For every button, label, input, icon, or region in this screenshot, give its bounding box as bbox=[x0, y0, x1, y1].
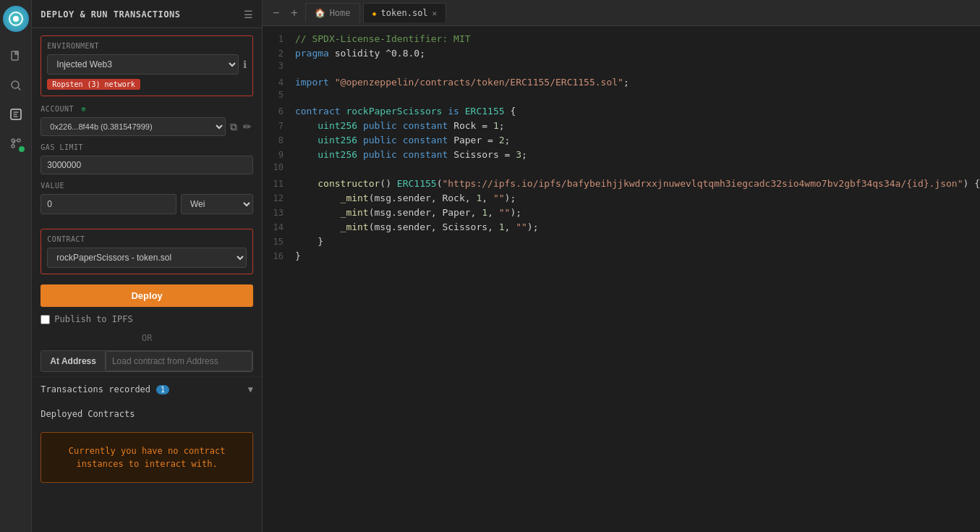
code-line-6: 6 contract rockPaperScissors is ERC1155 … bbox=[263, 104, 980, 119]
account-section: ACCOUNT ⊕ 0x226...8f44b (0.381547999) ⧉ … bbox=[32, 105, 262, 143]
panel-title: DEPLOY & RUN TRANSACTIONS bbox=[41, 9, 180, 20]
edit-account-button[interactable]: ✏ bbox=[242, 119, 253, 134]
gas-limit-input[interactable]: 3000000 bbox=[41, 156, 253, 174]
tab-file-label: token.sol bbox=[381, 8, 428, 18]
environment-section: ENVIRONMENT Injected Web3 JavaScript VM … bbox=[32, 28, 262, 105]
at-address-row: At Address bbox=[41, 350, 253, 372]
deploy-panel: DEPLOY & RUN TRANSACTIONS ☰ ENVIRONMENT … bbox=[32, 0, 263, 532]
code-line-1: 1 // SPDX-License-Identifier: MIT bbox=[263, 32, 980, 46]
panel-menu-icon[interactable]: ☰ bbox=[244, 9, 253, 20]
value-input[interactable]: 0 bbox=[41, 194, 176, 214]
svg-point-6 bbox=[12, 139, 14, 142]
code-line-9: 9 uint256 public constant Scissors = 3; bbox=[263, 148, 980, 162]
editor-area: − + 🏠 Home ◆ token.sol ✕ 1 // SPDX-Licen… bbox=[263, 0, 980, 532]
transactions-title: Transactions recorded bbox=[41, 384, 150, 394]
no-contract-box: Currently you have no contract instances… bbox=[41, 432, 253, 483]
environment-box: ENVIRONMENT Injected Web3 JavaScript VM … bbox=[41, 35, 253, 96]
account-row: 0x226...8f44b (0.381547999) ⧉ ✏ bbox=[41, 117, 253, 136]
code-line-4: 4 import "@openzeppelin/contracts/token/… bbox=[263, 75, 980, 90]
tab-bar: − + 🏠 Home ◆ token.sol ✕ bbox=[263, 0, 980, 26]
code-line-15: 15 } bbox=[263, 235, 980, 249]
deploy-header: DEPLOY & RUN TRANSACTIONS ☰ bbox=[32, 0, 262, 28]
search-icon[interactable] bbox=[6, 75, 26, 96]
code-line-16: 16 } bbox=[263, 249, 980, 263]
code-editor: 1 // SPDX-License-Identifier: MIT 2 prag… bbox=[263, 26, 980, 532]
home-icon: 🏠 bbox=[315, 8, 325, 18]
svg-point-8 bbox=[12, 145, 14, 148]
svg-point-7 bbox=[17, 139, 20, 142]
svg-point-1 bbox=[13, 16, 19, 22]
transactions-chevron-icon: ▼ bbox=[248, 384, 253, 394]
environment-label: ENVIRONMENT bbox=[47, 42, 247, 50]
or-divider: OR bbox=[32, 330, 262, 346]
code-line-8: 8 uint256 public constant Paper = 2; bbox=[263, 133, 980, 148]
tab-home[interactable]: 🏠 Home bbox=[305, 3, 360, 22]
gas-limit-section: GAS LIMIT 3000000 bbox=[32, 143, 262, 182]
contract-select[interactable]: rockPaperScissors - token.sol bbox=[47, 248, 247, 268]
contract-section: CONTRACT rockPaperScissors - token.sol bbox=[32, 221, 262, 282]
code-line-10: 10 bbox=[263, 162, 980, 177]
no-contract-text: Currently you have no contract instances… bbox=[53, 444, 241, 470]
code-line-11: 11 constructor() ERC1155("https://ipfs.i… bbox=[263, 177, 980, 191]
tab-token-sol[interactable]: ◆ token.sol ✕ bbox=[363, 3, 447, 22]
code-line-5: 5 bbox=[263, 90, 980, 104]
environment-select[interactable]: Injected Web3 JavaScript VM Web3 Provide… bbox=[47, 54, 239, 75]
contract-label: CONTRACT bbox=[47, 235, 247, 243]
code-line-3: 3 bbox=[263, 61, 980, 75]
code-line-7: 7 uint256 public constant Rock = 1; bbox=[263, 119, 980, 133]
deployed-contracts-title: Deployed Contracts bbox=[41, 409, 253, 419]
copy-account-button[interactable]: ⧉ bbox=[229, 119, 239, 135]
code-line-13: 13 _mint(msg.sender, Paper, 1, ""); bbox=[263, 206, 980, 220]
deploy-button[interactable]: Deploy bbox=[41, 284, 253, 307]
value-label: VALUE bbox=[41, 182, 253, 190]
deploy-run-icon[interactable] bbox=[6, 104, 26, 124]
network-badge: Ropsten (3) network bbox=[47, 79, 140, 90]
deployed-contracts-section: Deployed Contracts bbox=[32, 402, 262, 432]
value-row: 0 Wei Gwei Finney Ether bbox=[41, 194, 253, 214]
git-icon[interactable] bbox=[6, 133, 26, 153]
load-contract-input[interactable] bbox=[106, 351, 252, 371]
code-line-2: 2 pragma solidity ^0.8.0; bbox=[263, 46, 980, 61]
account-label: ACCOUNT ⊕ bbox=[41, 105, 253, 113]
publish-ipfs-checkbox[interactable] bbox=[41, 315, 50, 324]
transactions-section: Transactions recorded 1 ▼ bbox=[32, 376, 262, 402]
code-line-12: 12 _mint(msg.sender, Rock, 1, ""); bbox=[263, 191, 980, 206]
publish-ipfs-label: Publish to IPFS bbox=[54, 314, 132, 324]
app-logo bbox=[3, 6, 29, 32]
account-add-icon[interactable]: ⊕ bbox=[82, 105, 87, 113]
environment-info-icon[interactable]: ℹ bbox=[243, 59, 247, 70]
unit-select[interactable]: Wei Gwei Finney Ether bbox=[181, 194, 253, 214]
transactions-header-left: Transactions recorded 1 bbox=[41, 384, 169, 394]
value-section: VALUE 0 Wei Gwei Finney Ether bbox=[32, 182, 262, 221]
account-select[interactable]: 0x226...8f44b (0.381547999) bbox=[41, 117, 226, 136]
icon-rail bbox=[0, 0, 32, 532]
zoom-out-button[interactable]: − bbox=[268, 4, 284, 22]
gas-limit-label: GAS LIMIT bbox=[41, 143, 253, 151]
sol-file-icon: ◆ bbox=[372, 9, 377, 17]
code-line-14: 14 _mint(msg.sender, Scissors, 1, ""); bbox=[263, 220, 980, 235]
environment-row: Injected Web3 JavaScript VM Web3 Provide… bbox=[47, 54, 247, 75]
publish-ipfs-row: Publish to IPFS bbox=[32, 314, 262, 330]
tab-home-label: Home bbox=[330, 8, 351, 18]
zoom-in-button[interactable]: + bbox=[286, 4, 302, 22]
tab-close-icon[interactable]: ✕ bbox=[433, 9, 438, 18]
at-address-button[interactable]: At Address bbox=[41, 351, 106, 371]
transactions-header[interactable]: Transactions recorded 1 ▼ bbox=[41, 384, 253, 394]
transactions-badge: 1 bbox=[156, 385, 169, 394]
contract-box: CONTRACT rockPaperScissors - token.sol bbox=[41, 229, 253, 274]
files-icon[interactable] bbox=[6, 46, 26, 67]
